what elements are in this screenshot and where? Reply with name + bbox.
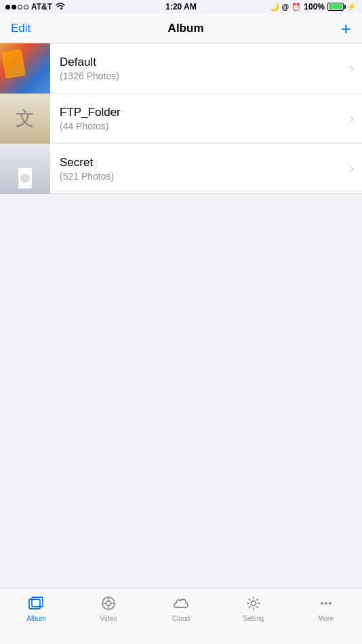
album-thumbnail-default (0, 43, 50, 94)
chevron-icon-ftp: › (350, 111, 354, 125)
wifi-icon (55, 2, 66, 12)
album-name-default: Default (60, 56, 350, 69)
signal-dot-1 (5, 5, 10, 9)
album-count-default: (1326 Photos) (60, 71, 350, 81)
album-item-default[interactable]: Default (1326 Photos) › (0, 43, 362, 94)
chevron-icon-default: › (350, 61, 354, 75)
svg-rect-0 (29, 599, 40, 609)
tab-setting-label: Setting (243, 615, 264, 622)
album-count-secret: (521 Photos) (60, 171, 350, 182)
status-bar: AT&T 1:20 AM 🌙 @ ⏰ 100% ⚡ (0, 0, 362, 14)
battery-fill (329, 4, 342, 9)
cloud-tab-icon (172, 594, 190, 613)
edit-button[interactable]: Edit (11, 22, 31, 35)
tab-cloud[interactable]: Cloud (145, 594, 218, 622)
battery-indicator (327, 3, 344, 11)
signal-dot-2 (12, 5, 16, 9)
tab-setting[interactable]: Setting (217, 594, 289, 622)
tab-bar: Album Video Cloud (0, 588, 362, 644)
status-left: AT&T (5, 2, 66, 12)
album-thumbnail-secret (0, 144, 50, 194)
svg-point-3 (106, 601, 111, 606)
svg-point-11 (329, 602, 331, 605)
thumb-secret-image (0, 144, 50, 194)
battery-percent: 100% (304, 2, 325, 12)
carrier-label: AT&T (31, 2, 52, 12)
album-info-ftp: FTP_Folder (44 Photos) (50, 106, 350, 132)
tab-video-label: Video (100, 615, 117, 622)
album-count-ftp: (44 Photos) (60, 121, 350, 132)
album-list: Default (1326 Photos) › FTP_Folder (44 P… (0, 43, 362, 194)
video-tab-icon (99, 594, 118, 613)
album-item-ftp[interactable]: FTP_Folder (44 Photos) › (0, 94, 362, 144)
alarm-icon: ⏰ (291, 3, 301, 12)
signal-strength (5, 5, 28, 9)
tab-video[interactable]: Video (73, 594, 145, 622)
navigation-bar: Edit Album + (0, 14, 362, 43)
tab-album[interactable]: Album (0, 594, 73, 622)
setting-tab-icon (244, 594, 263, 613)
album-tab-icon (26, 594, 45, 613)
nav-title: Album (168, 22, 204, 35)
status-time: 1:20 AM (165, 2, 197, 12)
signal-dot-4 (24, 5, 28, 9)
svg-rect-1 (32, 597, 43, 607)
battery-icon (327, 3, 344, 11)
thumb-default-image (0, 43, 50, 94)
location-icon: @ (282, 3, 289, 11)
svg-point-9 (321, 602, 323, 605)
album-name-ftp: FTP_Folder (60, 106, 350, 119)
album-info-default: Default (1326 Photos) (50, 56, 350, 81)
status-right: 🌙 @ ⏰ 100% ⚡ (269, 2, 357, 12)
signal-dot-3 (18, 5, 22, 9)
album-thumbnail-ftp (0, 94, 50, 144)
svg-point-8 (251, 601, 256, 606)
svg-point-10 (325, 602, 327, 605)
chevron-icon-secret: › (350, 161, 354, 176)
album-info-secret: Secret (521 Photos) (50, 156, 350, 182)
tab-cloud-label: Cloud (172, 615, 190, 622)
tab-more-label: More (318, 615, 334, 622)
album-name-secret: Secret (60, 156, 350, 169)
album-item-secret[interactable]: Secret (521 Photos) › (0, 144, 362, 194)
moon-icon: 🌙 (269, 2, 279, 12)
more-tab-icon (317, 594, 336, 613)
tab-album-label: Album (26, 615, 45, 622)
charging-icon: ⚡ (346, 2, 357, 12)
thumb-ftp-image (0, 94, 50, 144)
tab-more[interactable]: More (289, 594, 362, 622)
add-album-button[interactable]: + (341, 20, 351, 37)
